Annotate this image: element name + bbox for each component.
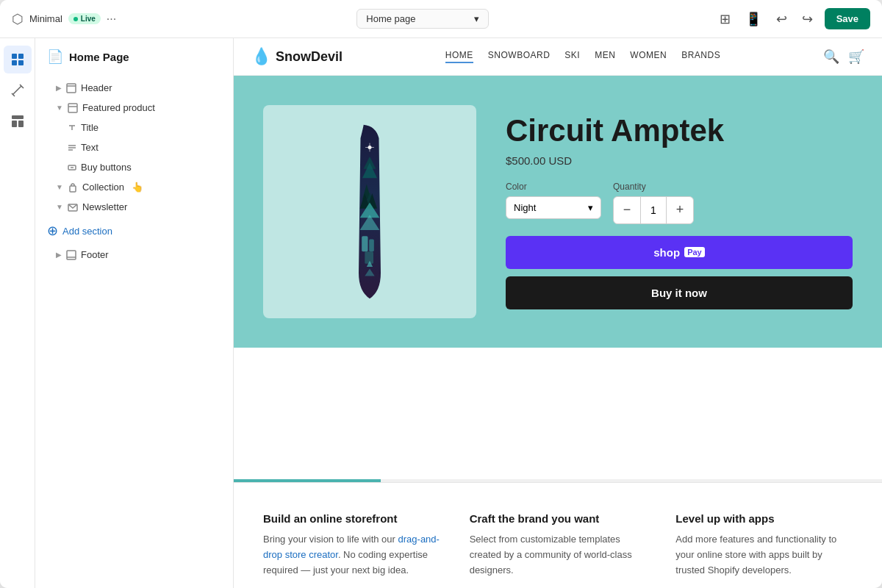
grid-view-icon[interactable]: ⊞ (717, 8, 734, 30)
store-preview: 💧 SnowDevil HOME SNOWBOARD SKI MEN WOMEN… (234, 38, 882, 479)
info-link-inline-1[interactable]: drag-and-drop store creator (263, 534, 440, 560)
chevron-down-icon: ▼ (56, 104, 63, 112)
svg-rect-9 (68, 104, 77, 112)
nav-link-women[interactable]: WOMEN (630, 50, 667, 63)
back-icon[interactable]: ⬡ (12, 11, 24, 27)
cart-icon[interactable]: 🛒 (848, 49, 864, 65)
nav-link-brands[interactable]: BRANDS (681, 50, 720, 63)
shop-pay-button[interactable]: shop Pay (506, 236, 853, 269)
nav-link-ski[interactable]: SKI (564, 50, 580, 63)
svg-rect-18 (70, 186, 76, 192)
info-title-3: Level up with apps (675, 512, 853, 525)
color-value: Night (514, 202, 536, 213)
chevron-right-icon: ▼ (56, 183, 63, 191)
sidebar-item-collection[interactable]: ▼ Collection 👆 (35, 177, 233, 197)
nav-link-snowboard[interactable]: SNOWBOARD (488, 50, 551, 63)
live-label: Live (81, 15, 96, 23)
nav-link-home[interactable]: HOME (445, 50, 473, 63)
sidebar-item-buy-buttons[interactable]: Buy buttons (35, 157, 233, 177)
product-title: Circuit Amptek (506, 114, 853, 148)
sidebar-item-label: Newsletter (82, 201, 127, 212)
pay-badge: Pay (684, 247, 705, 257)
svg-rect-25 (362, 236, 368, 251)
sidebar-item-title[interactable]: Title (35, 118, 233, 137)
product-price: $500.00 USD (506, 154, 853, 167)
qty-value: 1 (640, 197, 667, 223)
featured-product-icon (68, 103, 78, 113)
store-nav: 💧 SnowDevil HOME SNOWBOARD SKI MEN WOMEN… (234, 38, 882, 76)
color-select[interactable]: Night ▾ (506, 196, 601, 219)
info-block-storefront: Build an online storefront Bring your vi… (263, 512, 440, 588)
sidebar: 📄 Home Page ▶ Header ▼ Featured product (35, 38, 234, 588)
add-section-button[interactable]: ⊕ Add section (35, 217, 233, 245)
qty-increase-button[interactable]: + (667, 197, 693, 223)
sidebar-item-featured-product[interactable]: ▼ Featured product (35, 98, 233, 118)
svg-rect-20 (67, 251, 76, 259)
svg-rect-7 (67, 84, 76, 93)
sidebar-tree: ▶ Header ▼ Featured product Title (35, 75, 233, 588)
store-name: SnowDevil (276, 49, 343, 65)
color-label: Color (506, 182, 601, 192)
sidebar-item-footer[interactable]: ▶ Footer (35, 245, 233, 265)
page-selector[interactable]: Home page ▾ (356, 9, 489, 29)
product-options: Color Night ▾ Quantity − (506, 182, 853, 224)
buy-now-button[interactable]: Buy it now (506, 276, 853, 309)
store-nav-links: HOME SNOWBOARD SKI MEN WOMEN BRANDS (343, 50, 823, 63)
buy-buttons-icon (68, 163, 76, 172)
top-bar-right: ⊞ 📱 ↩ ↪ Save (717, 8, 870, 30)
tab-sections[interactable] (4, 107, 32, 135)
collection-icon (68, 182, 78, 193)
sidebar-item-label: Buy buttons (81, 162, 132, 173)
sidebar-item-label: Header (81, 82, 112, 93)
top-bar: ⬡ Minimal Live ··· Home page ▾ ⊞ 📱 ↩ ↪ S… (0, 0, 882, 38)
tab-customize[interactable] (4, 76, 32, 104)
sidebar-header: 📄 Home Page (35, 38, 233, 75)
qty-control: − 1 + (613, 196, 694, 224)
sidebar-item-header[interactable]: ▶ Header (35, 78, 233, 98)
svg-rect-3 (18, 60, 24, 65)
header-section-icon (66, 83, 76, 93)
text-icon (68, 143, 76, 152)
sidebar-item-label: Text (81, 142, 98, 153)
logo-drop-icon: 💧 (251, 47, 271, 66)
page-icon: 📄 (47, 49, 63, 65)
svg-rect-2 (12, 60, 17, 65)
info-body-2: Select from customizable templates creat… (470, 532, 647, 578)
qty-decrease-button[interactable]: − (614, 197, 640, 223)
save-button[interactable]: Save (825, 8, 870, 29)
tab-pages[interactable] (4, 46, 32, 74)
more-menu-button[interactable]: ··· (107, 12, 116, 26)
preview-area: 💧 SnowDevil HOME SNOWBOARD SKI MEN WOMEN… (234, 38, 882, 588)
sidebar-page-title: Home Page (69, 51, 129, 63)
redo-icon[interactable]: ↪ (799, 8, 816, 30)
svg-rect-1 (18, 54, 24, 59)
mobile-preview-icon[interactable]: 📱 (742, 8, 764, 30)
chevron-right-icon: ▼ (56, 203, 63, 211)
top-bar-center: Home page ▾ (138, 9, 708, 29)
sidebar-item-text[interactable]: Text (35, 137, 233, 157)
info-section: Build an online storefront Bring your vi… (234, 482, 882, 588)
info-body-3: Add more features and functionality to y… (675, 532, 853, 578)
content-area: 💧 SnowDevil HOME SNOWBOARD SKI MEN WOMEN… (234, 38, 882, 588)
title-icon (68, 123, 76, 132)
nav-link-men[interactable]: MEN (595, 50, 615, 63)
sidebar-item-newsletter[interactable]: ▼ Newsletter (35, 197, 233, 217)
qty-option-group: Quantity − 1 + (613, 182, 694, 224)
svg-rect-5 (12, 121, 17, 127)
svg-rect-6 (18, 121, 24, 127)
store-nav-actions: 🔍 🛒 (823, 49, 864, 65)
footer-icon (66, 250, 76, 260)
svg-rect-4 (12, 115, 24, 119)
sidebar-item-label: Title (81, 122, 98, 133)
search-icon[interactable]: 🔍 (823, 49, 839, 65)
hero-section: Circuit Amptek $500.00 USD Color Night ▾ (234, 76, 882, 348)
chevron-right-icon: ▶ (56, 84, 62, 92)
hero-product-info: Circuit Amptek $500.00 USD Color Night ▾ (506, 114, 853, 309)
info-body-1: Bring your vision to life with our drag-… (263, 532, 440, 578)
color-option-group: Color Night ▾ (506, 182, 601, 224)
add-section-label: Add section (62, 226, 112, 237)
undo-icon[interactable]: ↩ (773, 8, 790, 30)
shop-pay-label: shop (653, 246, 680, 259)
svg-rect-26 (369, 240, 374, 252)
newsletter-icon (68, 202, 78, 212)
